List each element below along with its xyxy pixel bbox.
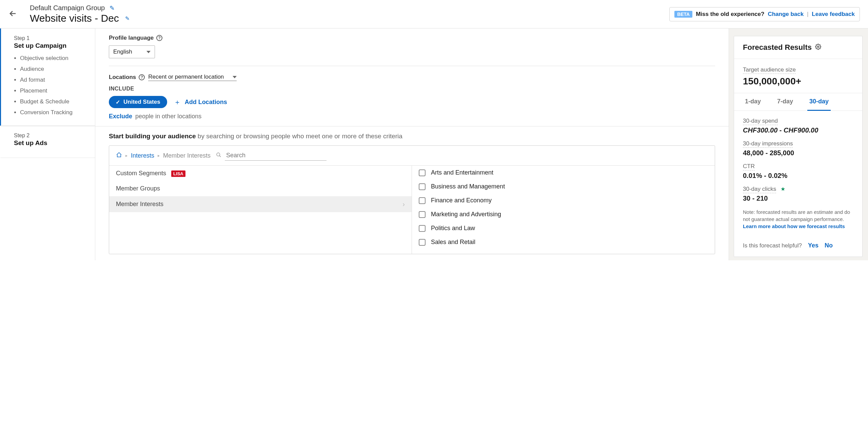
title-block: Default Campaign Group ✎ Website visits … (30, 4, 130, 24)
checkbox-icon[interactable] (419, 225, 426, 232)
spend-label[interactable]: 30-day spend (743, 118, 778, 125)
ctr-label[interactable]: CTR (743, 163, 755, 170)
miss-old-text: Miss the old experience? (696, 11, 764, 18)
crumb-member-interests: Member Interests (163, 152, 211, 159)
gear-icon[interactable] (815, 44, 821, 52)
tab-1day[interactable]: 1-day (743, 93, 763, 110)
lisa-badge: LISA (171, 170, 185, 177)
chevron-right-icon: ▸ (158, 153, 160, 158)
interest-business[interactable]: Business and Management (412, 180, 715, 194)
chevron-right-icon: › (402, 200, 405, 208)
step1-block[interactable]: Step 1 Set up Campaign Objective selecti… (0, 28, 95, 126)
help-icon[interactable]: ? (139, 74, 145, 80)
campaign-name: Website visits - Dec (30, 13, 119, 24)
interest-marketing[interactable]: Marketing and Advertising (412, 207, 715, 221)
language-value: English (113, 48, 132, 55)
tab-7day[interactable]: 7-day (775, 93, 795, 110)
spend-value: CHF300.00 - CHF900.00 (743, 126, 853, 134)
forecast-tabs: 1-day 7-day 30-day (734, 93, 862, 111)
campaign-name-row: Website visits - Dec ✎ (30, 13, 130, 24)
audience-right-col: Arts and Entertainment Business and Mana… (412, 166, 715, 254)
profile-language-label: Profile language ? (109, 35, 162, 41)
substep-budget[interactable]: Budget & Schedule (20, 96, 87, 107)
forecast-panel: Forecasted Results Target audience size … (729, 28, 868, 260)
clicks-value: 30 - 210 (743, 195, 853, 202)
forecast-learn-more-link[interactable]: Learn more about how we forecast results (743, 223, 845, 229)
interest-finance[interactable]: Finance and Economy (412, 194, 715, 207)
edit-group-icon[interactable]: ✎ (110, 4, 115, 12)
exclude-link[interactable]: Exclude (109, 113, 132, 120)
audience-size-label[interactable]: Target audience size (743, 66, 796, 74)
svg-point-0 (217, 153, 220, 156)
helpful-yes[interactable]: Yes (808, 242, 818, 249)
topbar-right-box: BETA Miss the old experience? Change bac… (669, 7, 860, 21)
step2-block[interactable]: Step 2 Set up Ads (0, 126, 95, 158)
change-back-link[interactable]: Change back (768, 11, 804, 18)
include-label: INCLUDE (109, 86, 715, 92)
location-type-dropdown[interactable]: Recent or permanent location (148, 74, 237, 81)
impressions-value: 48,000 - 285,000 (743, 149, 853, 157)
leave-feedback-link[interactable]: Leave feedback (812, 11, 855, 18)
forecast-helpful: Is this forecast helpful? Yes No (734, 237, 862, 257)
sidebar: Step 1 Set up Campaign Objective selecti… (0, 28, 95, 260)
chevron-right-icon: ▸ (125, 153, 127, 158)
interest-arts[interactable]: Arts and Entertainment (412, 166, 715, 180)
interest-sales[interactable]: Sales and Retail (412, 235, 715, 249)
helpful-no[interactable]: No (825, 242, 833, 249)
step1-title: Set up Campaign (14, 42, 87, 49)
forecast-card: Forecasted Results Target audience size … (734, 36, 863, 257)
language-select[interactable]: English (109, 45, 155, 58)
substep-placement[interactable]: Placement (20, 85, 87, 96)
back-arrow-icon[interactable] (8, 8, 18, 20)
checkbox-icon[interactable] (419, 183, 426, 190)
left-item-custom-segments[interactable]: Custom Segments LISA (109, 166, 412, 181)
exclude-rest-text: people in other locations (135, 113, 201, 120)
impressions-label[interactable]: 30-day impressions (743, 140, 793, 148)
caret-down-icon (146, 51, 151, 53)
checkbox-icon[interactable] (419, 239, 426, 246)
substep-audience[interactable]: Audience (20, 64, 87, 75)
checkbox-icon[interactable] (419, 169, 426, 176)
plus-icon: ＋ (174, 98, 181, 107)
checkbox-icon[interactable] (419, 211, 426, 218)
location-pill-us[interactable]: ✓ United States (109, 96, 167, 108)
left-item-member-interests[interactable]: Member Interests › (109, 196, 412, 212)
forecast-note: Note: forecasted results are an estimate… (743, 208, 853, 230)
audience-search-input[interactable] (225, 150, 327, 161)
audience-heading: Start building your audience by searchin… (109, 133, 715, 140)
top-bar: Default Campaign Group ✎ Website visits … (0, 0, 868, 28)
campaign-group-row: Default Campaign Group ✎ (30, 4, 130, 12)
search-icon (216, 152, 221, 159)
edit-campaign-icon[interactable]: ✎ (125, 15, 130, 22)
left-item-member-groups[interactable]: Member Groups (109, 181, 412, 196)
check-icon: ✓ (116, 99, 120, 105)
substep-conversion[interactable]: Conversion Tracking (20, 107, 87, 118)
substep-objective[interactable]: Objective selection (20, 53, 87, 64)
clicks-label[interactable]: 30-day clicks (743, 186, 776, 193)
campaign-group-name: Default Campaign Group (30, 4, 105, 12)
exclude-row: Exclude people in other locations (109, 113, 715, 120)
step2-title: Set up Ads (14, 139, 87, 147)
home-icon[interactable] (116, 152, 122, 160)
crumb-interests[interactable]: Interests (131, 152, 154, 159)
star-icon: ★ (781, 186, 785, 192)
audience-size-value: 150,000,000+ (743, 76, 853, 87)
ctr-value: 0.01% - 0.02% (743, 172, 853, 180)
audience-breadcrumb: ▸ Interests ▸ Member Interests (109, 146, 715, 166)
checkbox-icon[interactable] (419, 197, 426, 204)
beta-badge: BETA (674, 11, 692, 18)
locations-label: Locations ? (109, 74, 145, 81)
step2-label: Step 2 (14, 133, 87, 139)
svg-point-1 (817, 46, 819, 47)
substep-adformat[interactable]: Ad format (20, 75, 87, 85)
tab-30day[interactable]: 30-day (807, 93, 831, 111)
audience-left-col: Custom Segments LISA Member Groups Membe… (109, 166, 412, 254)
help-icon[interactable]: ? (156, 35, 162, 41)
divider: | (807, 11, 808, 17)
step1-label: Step 1 (14, 35, 87, 41)
add-locations-button[interactable]: ＋ Add Locations (174, 98, 227, 107)
caret-down-icon (233, 76, 237, 78)
forecast-title: Forecasted Results (743, 43, 812, 52)
main-area: Profile language ? English Locations ? (95, 28, 729, 260)
interest-politics[interactable]: Politics and Law (412, 221, 715, 235)
